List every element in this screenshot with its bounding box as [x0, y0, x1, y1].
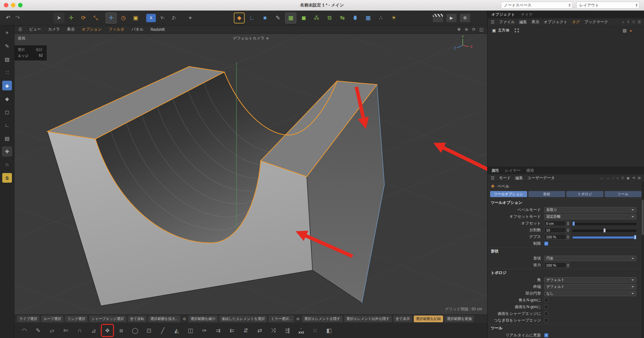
extrude-tool-icon[interactable]: ⧈: [115, 324, 127, 336]
modeling-mode-icon[interactable]: ◆: [234, 13, 245, 23]
quantize-icon[interactable]: S: [2, 173, 12, 183]
polygon-pen-icon[interactable]: ✎: [32, 324, 44, 336]
ring-select-button[interactable]: リング選択: [65, 315, 88, 322]
tension-field[interactable]: 100 %: [544, 262, 570, 268]
snap-magnet-icon[interactable]: ∩: [2, 160, 12, 169]
pen-tool-icon[interactable]: ✎: [272, 13, 283, 23]
bevel-tool-icon[interactable]: ❖: [101, 324, 113, 336]
realtime-checkbox[interactable]: [544, 333, 548, 337]
menu-edit[interactable]: 編集: [519, 19, 527, 25]
tab-attributes[interactable]: 属性: [491, 168, 499, 173]
gear-icon[interactable]: ⚙: [296, 317, 300, 321]
corner-ngons-checkbox[interactable]: [544, 298, 548, 302]
menu-view2[interactable]: 表示: [532, 19, 539, 25]
tab-topology[interactable]: トポロジ: [566, 191, 603, 197]
menu-view[interactable]: ビュー: [29, 27, 41, 32]
bridge-tool-icon[interactable]: ◫: [185, 324, 196, 336]
array-icon[interactable]: ⧉: [324, 13, 335, 23]
live-selection-tool-icon[interactable]: ➤: [53, 13, 64, 23]
unhide-all-button[interactable]: 全て表示: [393, 315, 412, 322]
scale-tool-icon[interactable]: ⤡: [90, 13, 101, 23]
select-connected-button[interactable]: 連続したエレメントを選択: [219, 315, 267, 322]
camera-pan-icon[interactable]: ✥: [266, 37, 269, 40]
seam-sharp-checkbox[interactable]: [544, 318, 548, 323]
pan-view-icon[interactable]: ✥: [457, 27, 461, 32]
object-name[interactable]: 立方体: [498, 28, 509, 33]
offset-mode-dropdown[interactable]: 固定距離: [544, 214, 636, 219]
partial-round-dropdown[interactable]: なし: [544, 291, 636, 296]
enabled-axis-icon[interactable]: ✚: [2, 147, 12, 156]
subdivision-field[interactable]: 10: [544, 227, 570, 233]
tab-tool[interactable]: ツール: [605, 191, 642, 197]
redo-icon[interactable]: ↷: [13, 13, 23, 23]
menu-bookmark[interactable]: ブックマーク: [584, 19, 608, 25]
texture-mode-icon[interactable]: ▨: [2, 54, 12, 64]
add-panel-icon[interactable]: ⊞: [638, 176, 641, 180]
menu-mode[interactable]: モード: [499, 175, 511, 181]
up-arrow-icon[interactable]: ⇧: [627, 20, 630, 24]
menu-object[interactable]: オブジェクト: [544, 19, 568, 25]
coordinate-system-icon[interactable]: ⌖: [185, 13, 196, 23]
offset-stepper[interactable]: [566, 221, 570, 226]
subdivision-surface-icon[interactable]: ▩: [285, 13, 296, 23]
depth-field[interactable]: 100 %: [544, 234, 570, 240]
depth-slider[interactable]: [573, 235, 636, 239]
grow-selection-button[interactable]: 選択範囲を拡大...: [148, 315, 180, 322]
generator-cube-icon[interactable]: ◼: [298, 13, 309, 23]
clamp-tool-icon[interactable]: ∩: [74, 324, 86, 336]
point-mode-icon[interactable]: ∷: [2, 68, 12, 77]
lock-icon[interactable]: ◉: [627, 176, 630, 180]
coordinate-cube-icon[interactable]: ▣: [130, 13, 141, 23]
texture-axis-icon[interactable]: ▤: [2, 133, 12, 143]
zoom-button[interactable]: [18, 3, 23, 7]
scene-nodes-icon[interactable]: ∴: [375, 13, 386, 23]
back-arrow-icon[interactable]: ←: [600, 176, 604, 180]
visibility-dots[interactable]: [515, 28, 519, 32]
spline-pen-icon[interactable]: ∟: [247, 13, 258, 23]
menu-display[interactable]: 表示: [67, 27, 75, 32]
model-mode-icon[interactable]: ⌖: [2, 28, 12, 38]
section-tool-options[interactable]: ツールオプション: [488, 199, 644, 206]
menu-panel[interactable]: パネル: [132, 27, 144, 32]
menu-file[interactable]: ファイル: [499, 19, 515, 25]
nodespace-dropdown[interactable]: ノードスペース: [501, 2, 573, 9]
primitive-cube-icon[interactable]: ■: [260, 13, 270, 23]
close-button[interactable]: [4, 3, 8, 7]
menu-tag[interactable]: タグ: [572, 19, 580, 25]
render-view-icon[interactable]: ▶: [446, 14, 457, 22]
tension-stepper[interactable]: [566, 263, 570, 268]
bevel-mode-dropdown[interactable]: 面取り: [544, 207, 636, 213]
filter-icon[interactable]: ▽: [621, 176, 624, 180]
volume-icon[interactable]: ⬮: [350, 13, 361, 23]
symmetry-icon[interactable]: ↹: [337, 13, 348, 23]
live-select-button[interactable]: ライブ選択: [17, 315, 40, 322]
knife-tool-icon[interactable]: ✄: [60, 324, 72, 336]
render-settings-icon[interactable]: ⚙: [460, 14, 470, 22]
last-used-tool-icon[interactable]: ✛: [106, 13, 117, 23]
record-selection-button[interactable]: 選択範囲を記録: [414, 315, 443, 322]
forward-arrow-icon[interactable]: →: [606, 176, 610, 180]
object-mode-icon[interactable]: ◻: [2, 107, 12, 117]
round-ngons-checkbox[interactable]: [544, 305, 548, 309]
polygon-mode-icon[interactable]: ◆: [2, 94, 12, 104]
field-grid-icon[interactable]: ▦: [363, 13, 374, 23]
sharp-edge-select-button[interactable]: シャープエッジ選択: [89, 315, 126, 322]
object-row-cube[interactable]: ▣ 立方体 ▨ ▲: [488, 26, 644, 34]
mirror-select-button[interactable]: ミラー選択...: [269, 315, 294, 322]
round-sharp-checkbox[interactable]: [544, 312, 548, 316]
edge-mode-icon[interactable]: ◈: [2, 81, 12, 90]
y-axis-lock-button[interactable]: YL: [158, 14, 167, 22]
menu-filter[interactable]: フィルタ: [109, 27, 124, 32]
tab-takes[interactable]: テイク: [521, 12, 533, 17]
invert-all-button[interactable]: 全て反転: [128, 315, 147, 322]
loop-select-button[interactable]: ループ選択: [41, 315, 64, 322]
rotate-tool-icon[interactable]: ⟳: [78, 13, 89, 23]
search-icon[interactable]: ⌕: [622, 20, 624, 24]
point-slide-icon[interactable]: ⇇: [226, 324, 238, 336]
menu-edit2[interactable]: 編集: [515, 175, 523, 181]
workplane-icon[interactable]: ∟: [2, 120, 12, 130]
subdivision-stepper[interactable]: [566, 228, 570, 233]
history-icon[interactable]: ⟲: [632, 176, 635, 180]
scrollbar-thumb[interactable]: [642, 200, 644, 235]
weld-tool-icon[interactable]: ⇶: [281, 324, 293, 336]
